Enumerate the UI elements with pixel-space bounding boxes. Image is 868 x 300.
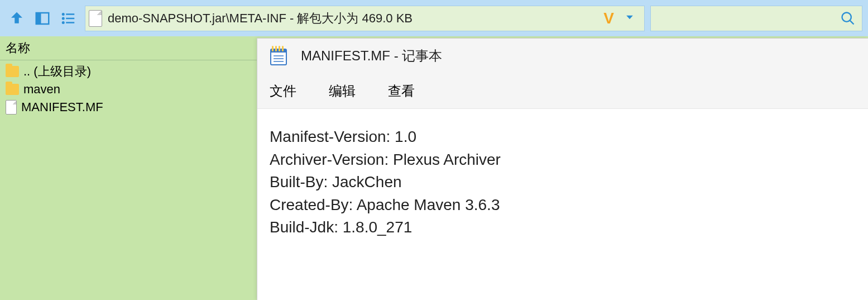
content-line: Archiver-Version: Plexus Archiver: [270, 151, 501, 168]
menu-view[interactable]: 查看: [388, 82, 415, 100]
search-input[interactable]: [654, 12, 837, 25]
address-bar[interactable]: demo-SNAPSHOT.jar\META-INF - 解包大小为 469.0…: [85, 6, 645, 31]
svg-rect-14: [279, 46, 280, 51]
svg-rect-15: [282, 46, 284, 51]
v-logo-icon[interactable]: V: [599, 9, 618, 27]
list-item-label: .. (上级目录): [23, 63, 91, 80]
toolbar: demo-SNAPSHOT.jar\META-INF - 解包大小为 469.0…: [0, 0, 868, 36]
svg-point-6: [62, 21, 65, 24]
list-item-label: maven: [23, 82, 60, 97]
svg-line-9: [850, 20, 854, 24]
address-text: demo-SNAPSHOT.jar\META-INF - 解包大小为 469.0…: [108, 10, 599, 27]
content-line: Manifest-Version: 1.0: [270, 128, 416, 145]
content-line: Created-By: Apache Maven 3.6.3: [270, 196, 500, 213]
menu-edit[interactable]: 编辑: [329, 82, 356, 100]
svg-rect-7: [66, 22, 74, 23]
folder-icon: [6, 84, 19, 95]
up-arrow-icon[interactable]: [6, 7, 28, 30]
list-item-label: MANIFEST.MF: [21, 100, 103, 115]
notepad-titlebar[interactable]: MANIFEST.MF - 记事本: [257, 39, 868, 73]
folder-icon: [6, 66, 19, 77]
svg-rect-12: [272, 46, 274, 51]
menu-file[interactable]: 文件: [270, 82, 296, 100]
notepad-title: MANIFEST.MF - 记事本: [301, 47, 442, 65]
toolbar-icons: [6, 7, 79, 30]
notepad-window: MANIFEST.MF - 记事本 文件 编辑 查看 Manifest-Vers…: [257, 38, 868, 300]
svg-rect-13: [275, 46, 277, 51]
svg-point-2: [62, 13, 65, 16]
file-icon: [89, 10, 102, 27]
content-line: Build-Jdk: 1.8.0_271: [270, 218, 412, 236]
svg-point-8: [842, 12, 851, 21]
svg-rect-5: [66, 17, 74, 19]
svg-rect-3: [66, 13, 74, 15]
svg-rect-1: [36, 13, 41, 24]
chevron-down-icon[interactable]: [618, 12, 641, 25]
notepad-content[interactable]: Manifest-Version: 1.0 Archiver-Version: …: [257, 109, 868, 256]
search-icon[interactable]: [837, 11, 859, 26]
content-line: Built-By: JackChen: [270, 173, 402, 191]
svg-point-4: [62, 17, 65, 20]
notepad-menubar: 文件 编辑 查看: [257, 73, 868, 109]
file-icon: [6, 100, 17, 115]
list-view-icon[interactable]: [57, 7, 79, 30]
notepad-icon: [270, 46, 287, 66]
panel-view-icon[interactable]: [31, 7, 54, 30]
search-box[interactable]: [650, 6, 862, 31]
